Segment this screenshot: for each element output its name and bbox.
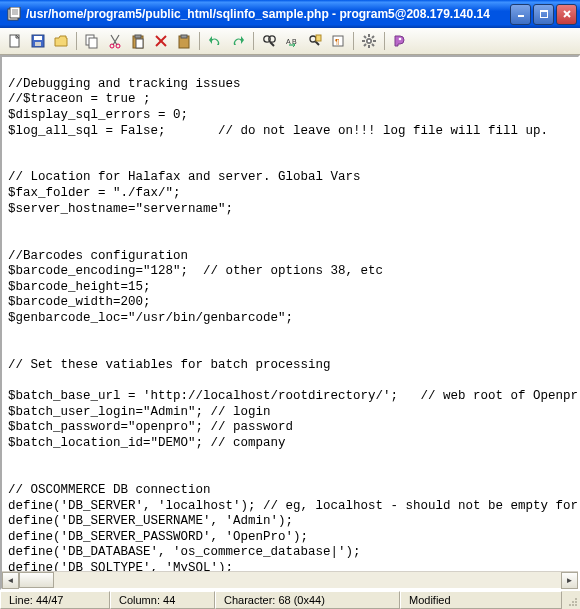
code-editor[interactable]: //Debugging and tracking issues //$trace… (2, 57, 578, 571)
cut-icon[interactable] (104, 30, 126, 52)
svg-point-49 (575, 601, 577, 603)
settings-icon[interactable] (358, 30, 380, 52)
toolbar-separator (199, 32, 200, 50)
help-icon[interactable] (389, 30, 411, 52)
redo-icon[interactable] (227, 30, 249, 52)
svg-text:A: A (286, 38, 291, 45)
save-icon[interactable] (27, 30, 49, 52)
svg-line-42 (372, 36, 374, 38)
open-icon[interactable] (50, 30, 72, 52)
copy-icon[interactable] (81, 30, 103, 52)
scroll-left-button[interactable]: ◄ (2, 572, 19, 589)
svg-text:¶: ¶ (335, 37, 339, 46)
toolbar-separator (353, 32, 354, 50)
svg-rect-24 (181, 35, 187, 38)
minimize-button[interactable] (510, 4, 531, 25)
svg-rect-12 (34, 36, 42, 40)
svg-line-41 (372, 44, 374, 46)
svg-point-45 (399, 38, 402, 41)
paste-icon[interactable] (127, 30, 149, 52)
svg-point-17 (116, 44, 120, 48)
maximize-button[interactable] (533, 4, 554, 25)
window-title: /usr/home/program5/public_html/sqlinfo_s… (26, 7, 510, 21)
status-bar: Line: 44/47 Column: 44 Character: 68 (0x… (0, 590, 580, 609)
toolbar-separator (384, 32, 385, 50)
status-line: Line: 44/47 (0, 591, 110, 609)
scroll-right-button[interactable]: ► (561, 572, 578, 589)
status-character: Character: 68 (0x44) (215, 591, 400, 609)
svg-line-43 (364, 44, 366, 46)
scroll-track[interactable] (19, 572, 561, 588)
svg-line-31 (316, 42, 320, 46)
close-button[interactable] (556, 4, 577, 25)
svg-point-50 (572, 601, 574, 603)
svg-rect-20 (136, 39, 143, 48)
scroll-thumb[interactable] (19, 572, 54, 588)
new-icon[interactable] (4, 30, 26, 52)
svg-rect-15 (89, 38, 97, 48)
svg-point-47 (572, 604, 574, 606)
svg-rect-13 (35, 42, 41, 46)
window-controls (510, 4, 577, 25)
svg-point-16 (110, 44, 114, 48)
special-icon[interactable]: ¶ (327, 30, 349, 52)
toolbar-separator (76, 32, 77, 50)
svg-rect-19 (135, 35, 141, 38)
status-column: Column: 44 (110, 591, 215, 609)
svg-point-46 (575, 604, 577, 606)
svg-point-44 (368, 40, 371, 43)
delete-icon[interactable] (150, 30, 172, 52)
svg-point-51 (575, 598, 577, 600)
toolbar-separator (253, 32, 254, 50)
svg-point-48 (569, 604, 571, 606)
svg-line-40 (364, 36, 366, 38)
bookmark-icon[interactable] (304, 30, 326, 52)
find-icon[interactable] (258, 30, 280, 52)
find-next-icon[interactable]: AB (281, 30, 303, 52)
status-modified: Modified (400, 591, 562, 609)
horizontal-scrollbar[interactable]: ◄ ► (2, 571, 578, 588)
app-icon (6, 6, 22, 22)
window-titlebar: /usr/home/program5/public_html/sqlinfo_s… (0, 0, 580, 28)
resize-grip[interactable] (562, 591, 580, 609)
undo-icon[interactable] (204, 30, 226, 52)
clipboard-icon[interactable] (173, 30, 195, 52)
toolbar: AB¶ (0, 28, 580, 55)
svg-rect-32 (316, 35, 321, 41)
svg-point-30 (310, 36, 316, 42)
editor-area: //Debugging and tracking issues //$trace… (0, 55, 580, 590)
